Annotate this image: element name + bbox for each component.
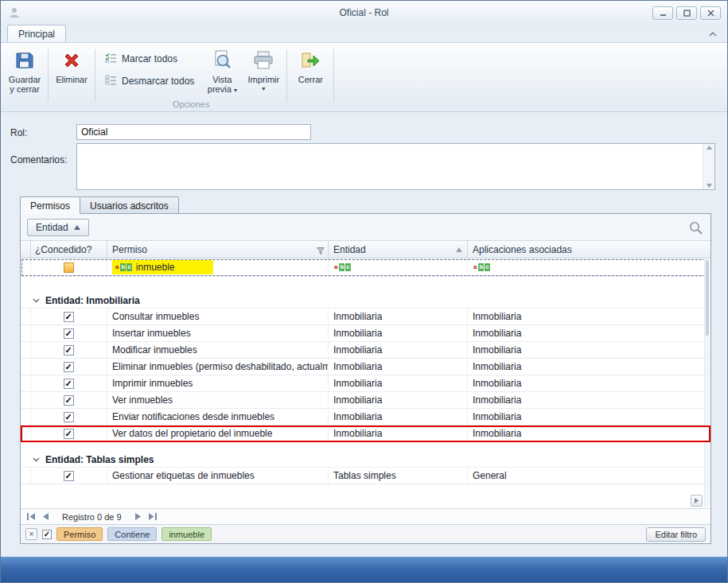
ribbon-collapse-button[interactable] <box>705 28 721 41</box>
concedido-cell[interactable] <box>30 359 107 375</box>
concedido-cell[interactable] <box>30 392 107 408</box>
checkbox-checked[interactable] <box>64 395 74 406</box>
permiso-cell[interactable]: Modificar inmuebles <box>107 342 329 358</box>
table-row[interactable]: Ver inmuebles Inmobiliaria Inmobiliaria <box>21 392 710 409</box>
column-header-aplicaciones[interactable]: Aplicaciones asociadas <box>468 241 710 258</box>
tab-principal[interactable]: Principal <box>7 25 66 42</box>
previous-record-button[interactable] <box>42 513 49 520</box>
column-header-concedido[interactable]: ¿Concedido? <box>30 241 107 258</box>
table-row[interactable]: Eliminar inmuebles (permiso deshabilitad… <box>21 359 710 375</box>
table-row[interactable]: Insertar inmuebles Inmobiliaria Inmobili… <box>21 325 710 342</box>
scrollbar-thumb[interactable] <box>706 260 709 336</box>
permiso-cell[interactable]: Consultar inmuebles <box>107 309 329 325</box>
checkbox-checked[interactable] <box>64 379 74 389</box>
next-record-button[interactable] <box>135 513 142 520</box>
group-row-tablas-simples[interactable]: Entidad: Tablas simples <box>21 452 710 468</box>
remove-filter-button[interactable]: × <box>25 528 37 540</box>
rol-input[interactable] <box>76 124 311 140</box>
aplicaciones-cell[interactable]: Inmobiliaria <box>468 392 710 408</box>
search-icon[interactable] <box>689 221 703 237</box>
cerrar-button[interactable]: Cerrar <box>290 45 331 110</box>
filter-operator-chip[interactable]: Contiene <box>107 527 157 541</box>
comentarios-scrollbar[interactable] <box>703 144 714 189</box>
tab-permisos[interactable]: Permisos <box>20 196 80 214</box>
entidad-cell[interactable]: Tablas simples <box>329 468 468 484</box>
permiso-cell[interactable]: Insertar inmuebles <box>107 325 329 341</box>
entidad-cell[interactable]: Inmobiliaria <box>329 392 468 408</box>
checkbox-checked[interactable] <box>64 312 74 322</box>
checkbox-checked[interactable] <box>64 362 74 372</box>
table-row[interactable]: Imprimir inmuebles Inmobiliaria Inmobili… <box>21 375 710 392</box>
permiso-cell[interactable]: Eliminar inmuebles (permiso deshabilitad… <box>107 359 329 375</box>
filter-value-chip[interactable]: inmueble <box>162 527 212 541</box>
table-row-highlighted[interactable]: Ver datos del propietario del inmueble I… <box>21 426 710 442</box>
column-header-entidad[interactable]: Entidad <box>329 241 468 258</box>
edit-filter-button[interactable]: Editar filtro <box>646 527 706 542</box>
table-row[interactable]: Consultar inmuebles Inmobiliaria Inmobil… <box>21 309 710 325</box>
concedido-cell[interactable] <box>30 375 107 391</box>
filter-permiso-cell[interactable]: abc inmueble <box>107 258 329 276</box>
comentarios-field[interactable] <box>76 143 715 190</box>
concedido-cell[interactable] <box>30 426 107 441</box>
permiso-cell[interactable]: Ver datos del propietario del inmueble <box>107 426 329 441</box>
scroll-right-button[interactable] <box>691 495 703 507</box>
save-close-button[interactable]: Guardar y cerrar <box>4 45 45 110</box>
first-record-button[interactable] <box>27 513 35 520</box>
permiso-cell[interactable]: Ver inmuebles <box>107 392 329 408</box>
concedido-cell[interactable] <box>30 325 107 341</box>
filter-funnel-icon[interactable] <box>317 246 325 257</box>
entidad-cell[interactable]: Inmobiliaria <box>329 375 468 391</box>
permiso-cell[interactable]: Gestionar etiquetas de inmuebles <box>107 468 329 484</box>
minimize-button[interactable] <box>652 6 673 20</box>
checkbox-checked[interactable] <box>64 429 74 439</box>
entidad-cell[interactable]: Inmobiliaria <box>329 342 468 358</box>
checkbox-checked[interactable] <box>64 412 74 422</box>
table-row[interactable]: Modificar inmuebles Inmobiliaria Inmobil… <box>21 342 710 359</box>
table-row[interactable]: Enviar notificaciones desde inmuebles In… <box>21 409 710 426</box>
filter-concedido-cell[interactable] <box>30 258 107 276</box>
close-button[interactable] <box>700 6 721 20</box>
entidad-cell[interactable]: Inmobiliaria <box>329 309 468 325</box>
eliminar-button[interactable]: Eliminar <box>51 45 92 110</box>
marcar-todos-button[interactable]: Marcar todos <box>103 51 197 67</box>
concedido-cell[interactable] <box>30 468 107 484</box>
concedido-cell[interactable] <box>30 309 107 325</box>
aplicaciones-cell[interactable]: Inmobiliaria <box>468 375 710 391</box>
tab-usuarios-adscritos[interactable]: Usuarios adscritos <box>80 196 179 214</box>
checkbox-checked[interactable] <box>64 345 74 356</box>
aplicaciones-cell[interactable]: Inmobiliaria <box>468 409 710 425</box>
entidad-cell[interactable]: Inmobiliaria <box>329 426 468 441</box>
concedido-cell[interactable] <box>30 342 107 358</box>
column-header-permiso[interactable]: Permiso <box>107 241 329 258</box>
entidad-cell[interactable]: Inmobiliaria <box>329 409 468 425</box>
aplicaciones-cell[interactable]: Inmobiliaria <box>468 359 710 375</box>
filter-aplicaciones-cell[interactable]: abc <box>468 258 710 276</box>
aplicaciones-cell[interactable]: Inmobiliaria <box>468 342 710 358</box>
group-by-chip-entidad[interactable]: Entidad <box>27 219 89 236</box>
maximize-button[interactable] <box>676 6 697 20</box>
eliminar-label: Eliminar <box>56 75 88 84</box>
concedido-cell[interactable] <box>30 409 107 425</box>
last-record-button[interactable] <box>149 513 157 520</box>
filter-entidad-cell[interactable]: abc <box>329 258 468 276</box>
filter-enabled-checkbox[interactable] <box>42 530 52 539</box>
auto-filter-row[interactable]: abc inmueble abc abc <box>21 258 710 277</box>
permiso-cell[interactable]: Imprimir inmuebles <box>107 375 329 391</box>
aplicaciones-cell[interactable]: Inmobiliaria <box>468 426 710 441</box>
table-row[interactable]: Gestionar etiquetas de inmuebles Tablas … <box>21 468 710 484</box>
aplicaciones-cell[interactable]: Inmobiliaria <box>468 309 710 325</box>
entidad-cell[interactable]: Inmobiliaria <box>329 359 468 375</box>
group-row-inmobiliaria[interactable]: Entidad: Inmobiliaria <box>21 293 710 309</box>
aplicaciones-cell[interactable]: General <box>468 468 710 484</box>
vista-previa-button[interactable]: Vista previa ▾ <box>201 45 243 99</box>
aplicaciones-cell[interactable]: Inmobiliaria <box>468 325 710 341</box>
entidad-cell[interactable]: Inmobiliaria <box>329 325 468 341</box>
checkbox-checked[interactable] <box>64 328 74 339</box>
vertical-scrollbar[interactable] <box>704 259 710 507</box>
checkbox-checked[interactable] <box>64 471 74 481</box>
imprimir-button[interactable]: Imprimir▾ <box>243 45 284 99</box>
filter-field-chip[interactable]: Permiso <box>56 527 103 541</box>
filter-checkbox[interactable] <box>64 262 74 273</box>
desmarcar-todos-button[interactable]: Desmarcar todos <box>103 73 197 89</box>
permiso-cell[interactable]: Enviar notificaciones desde inmuebles <box>107 409 329 425</box>
